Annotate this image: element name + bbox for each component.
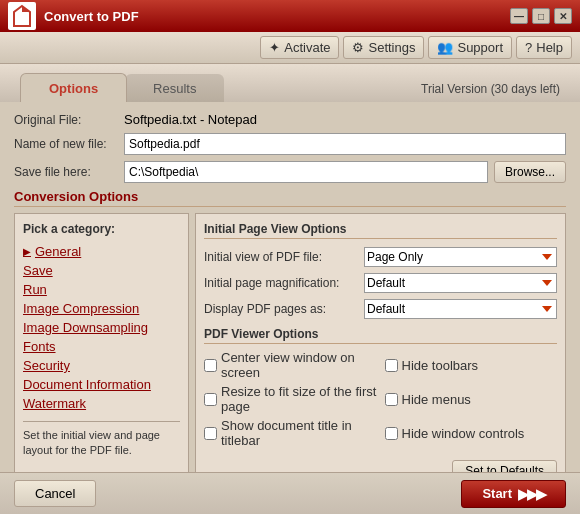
cancel-button[interactable]: Cancel bbox=[14, 480, 96, 507]
minimize-button[interactable]: — bbox=[510, 8, 528, 24]
view-select[interactable]: Page Only Bookmarks Panel Pages Panel bbox=[364, 247, 557, 267]
browse-button[interactable]: Browse... bbox=[494, 161, 566, 183]
tab-bar: Options Results Trial Version (30 days l… bbox=[0, 64, 580, 102]
sidebar-item-save[interactable]: Save bbox=[23, 261, 180, 280]
new-file-row: Name of new file: bbox=[14, 133, 566, 155]
viewer-checkboxes: Center view window on screen Hide toolba… bbox=[204, 350, 557, 448]
sidebar-item-fonts[interactable]: Fonts bbox=[23, 337, 180, 356]
save-here-input[interactable] bbox=[124, 161, 488, 183]
sidebar-item-security[interactable]: Security bbox=[23, 356, 180, 375]
settings-button[interactable]: ⚙ Settings bbox=[343, 36, 424, 59]
options-layout: Pick a category: ▶ General Save Run Imag… bbox=[14, 213, 566, 491]
title-bar: Convert to PDF — □ ✕ bbox=[0, 0, 580, 32]
options-panel: Initial Page View Options Initial view o… bbox=[195, 213, 566, 491]
category-panel: Pick a category: ▶ General Save Run Imag… bbox=[14, 213, 189, 491]
show-title-checkbox[interactable] bbox=[204, 427, 217, 440]
checkbox-hide-toolbars[interactable]: Hide toolbars bbox=[385, 350, 558, 380]
footer: Cancel Start ▶▶▶ bbox=[0, 472, 580, 514]
magnification-select[interactable]: Default Fit Page Fit Width 100% bbox=[364, 273, 557, 293]
view-label: Initial view of PDF file: bbox=[204, 250, 364, 264]
arrow-icon: ▶ bbox=[23, 246, 31, 257]
display-select[interactable]: Default Single Page Continuous Facing bbox=[364, 299, 557, 319]
tab-results[interactable]: Results bbox=[125, 74, 224, 102]
save-here-label: Save file here: bbox=[14, 165, 124, 179]
original-file-label: Original File: bbox=[14, 113, 124, 127]
hide-controls-checkbox[interactable] bbox=[385, 427, 398, 440]
help-icon: ? bbox=[525, 40, 532, 55]
viewer-options-title: PDF Viewer Options bbox=[204, 327, 557, 344]
maximize-button[interactable]: □ bbox=[532, 8, 550, 24]
sidebar-item-document-information[interactable]: Document Information bbox=[23, 375, 180, 394]
checkbox-show-title[interactable]: Show document title in titlebar bbox=[204, 418, 377, 448]
main-content: Original File: Softpedia.txt - Notepad N… bbox=[0, 102, 580, 501]
checkbox-center-view[interactable]: Center view window on screen bbox=[204, 350, 377, 380]
original-file-value: Softpedia.txt - Notepad bbox=[124, 112, 257, 127]
display-option-row: Display PDF pages as: Default Single Pag… bbox=[204, 299, 557, 319]
category-hint: Set the initial view and page layout for… bbox=[23, 421, 180, 459]
magnification-label: Initial page magnification: bbox=[204, 276, 364, 290]
new-file-input[interactable] bbox=[124, 133, 566, 155]
sidebar-item-watermark[interactable]: Watermark bbox=[23, 394, 180, 413]
settings-icon: ⚙ bbox=[352, 40, 364, 55]
checkbox-hide-menus[interactable]: Hide menus bbox=[385, 384, 558, 414]
app-title: Convert to PDF bbox=[44, 9, 510, 24]
sidebar-item-image-downsampling[interactable]: Image Downsampling bbox=[23, 318, 180, 337]
initial-page-title: Initial Page View Options bbox=[204, 222, 557, 239]
save-here-row: Save file here: Browse... bbox=[14, 161, 566, 183]
trial-text: Trial Version (30 days left) bbox=[224, 82, 560, 102]
activate-button[interactable]: ✦ Activate bbox=[260, 36, 339, 59]
help-button[interactable]: ? Help bbox=[516, 36, 572, 59]
new-file-label: Name of new file: bbox=[14, 137, 124, 151]
toolbar: ✦ Activate ⚙ Settings 👥 Support ? Help bbox=[0, 32, 580, 64]
resize-fit-checkbox[interactable] bbox=[204, 393, 217, 406]
close-button[interactable]: ✕ bbox=[554, 8, 572, 24]
category-panel-title: Pick a category: bbox=[23, 222, 180, 236]
checkbox-hide-controls[interactable]: Hide window controls bbox=[385, 418, 558, 448]
activate-icon: ✦ bbox=[269, 40, 280, 55]
sidebar-item-general[interactable]: ▶ General bbox=[23, 242, 180, 261]
checkbox-resize-fit[interactable]: Resize to fit size of the first page bbox=[204, 384, 377, 414]
support-button[interactable]: 👥 Support bbox=[428, 36, 512, 59]
app-logo bbox=[8, 2, 36, 30]
magnification-option-row: Initial page magnification: Default Fit … bbox=[204, 273, 557, 293]
conversion-options-title: Conversion Options bbox=[14, 189, 566, 207]
start-arrows-icon: ▶▶▶ bbox=[518, 486, 545, 502]
display-label: Display PDF pages as: bbox=[204, 302, 364, 316]
center-view-checkbox[interactable] bbox=[204, 359, 217, 372]
view-option-row: Initial view of PDF file: Page Only Book… bbox=[204, 247, 557, 267]
start-button[interactable]: Start ▶▶▶ bbox=[461, 480, 566, 508]
hide-toolbars-checkbox[interactable] bbox=[385, 359, 398, 372]
original-file-row: Original File: Softpedia.txt - Notepad bbox=[14, 112, 566, 127]
sidebar-item-run[interactable]: Run bbox=[23, 280, 180, 299]
hide-menus-checkbox[interactable] bbox=[385, 393, 398, 406]
sidebar-item-image-compression[interactable]: Image Compression bbox=[23, 299, 180, 318]
tab-options[interactable]: Options bbox=[20, 73, 127, 102]
support-icon: 👥 bbox=[437, 40, 453, 55]
